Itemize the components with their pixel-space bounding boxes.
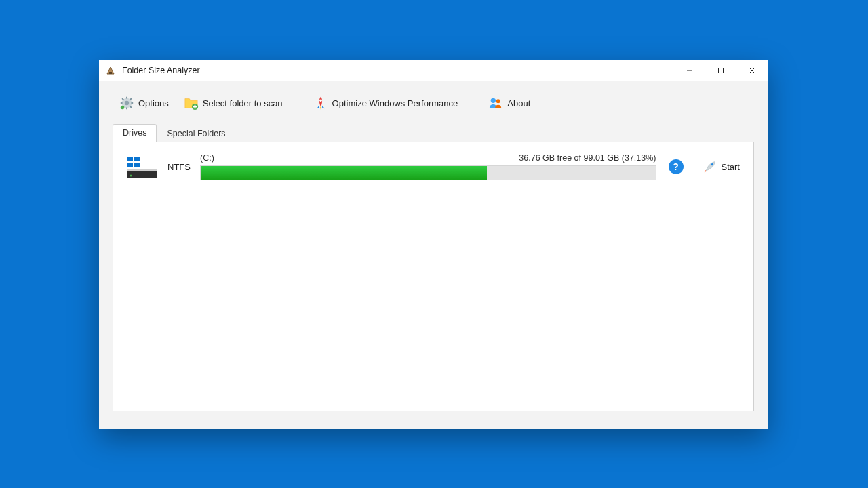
svg-line-13 — [130, 98, 132, 100]
drive-free-text: 36.76 GB free of 99.01 GB (37.13%) — [519, 153, 656, 163]
minimize-button[interactable] — [674, 60, 705, 81]
application-window: Folder Size Analyzer — [99, 60, 768, 429]
svg-point-19 — [319, 100, 322, 102]
drive-header: (C:) 36.76 GB free of 99.01 GB (37.13%) — [200, 153, 656, 163]
svg-rect-0 — [109, 72, 112, 74]
app-icon — [104, 64, 117, 77]
drive-icon-column — [127, 157, 158, 177]
options-label: Options — [138, 98, 169, 108]
svg-rect-27 — [127, 169, 157, 171]
svg-rect-23 — [134, 157, 140, 161]
toolbar-separator — [298, 94, 298, 113]
svg-point-28 — [130, 175, 132, 177]
drive-usage-bar — [200, 165, 656, 180]
help-button[interactable]: ? — [669, 159, 684, 174]
tab-drives[interactable]: Drives — [113, 124, 157, 142]
title-bar: Folder Size Analyzer — [99, 60, 768, 81]
svg-rect-25 — [134, 163, 140, 167]
help-icon: ? — [673, 161, 679, 172]
drive-row: NTFS (C:) 36.76 GB free of 99.01 GB (37.… — [113, 142, 753, 186]
maximize-button[interactable] — [705, 60, 736, 81]
folder-add-icon — [184, 96, 199, 110]
drive-main: (C:) 36.76 GB free of 99.01 GB (37.13%) — [200, 153, 656, 180]
optimize-label: Optimize Windows Performance — [332, 98, 458, 108]
toolbar: Options Select folder to scan — [99, 81, 768, 121]
svg-rect-22 — [127, 157, 133, 161]
svg-rect-24 — [127, 163, 133, 167]
about-button[interactable]: About — [488, 96, 530, 110]
drive-filesystem: NTFS — [167, 162, 193, 172]
gear-icon — [119, 96, 134, 110]
start-button[interactable]: Start — [703, 159, 740, 174]
tabs: Drives Special Folders — [99, 123, 768, 142]
tab-special-folders[interactable]: Special Folders — [157, 125, 235, 142]
about-label: About — [507, 98, 530, 108]
svg-point-6 — [125, 101, 129, 105]
svg-line-11 — [122, 98, 123, 100]
drive-label: (C:) — [200, 153, 214, 163]
svg-line-12 — [130, 106, 132, 108]
tab-drives-label: Drives — [123, 128, 146, 138]
svg-point-15 — [121, 106, 125, 110]
drive-usage-fill — [201, 166, 487, 180]
rocket-icon — [313, 96, 328, 110]
select-folder-button[interactable]: Select folder to scan — [184, 96, 283, 110]
close-button[interactable] — [736, 60, 768, 81]
people-icon — [488, 96, 503, 110]
svg-point-21 — [496, 99, 500, 103]
window-controls — [674, 60, 768, 81]
window-title: Folder Size Analyzer — [122, 66, 200, 75]
content-pane: NTFS (C:) 36.76 GB free of 99.01 GB (37.… — [113, 142, 754, 411]
svg-point-20 — [491, 98, 496, 103]
start-label: Start — [722, 162, 740, 172]
select-folder-label: Select folder to scan — [203, 98, 283, 108]
rocket-icon — [703, 159, 717, 174]
options-button[interactable]: Options — [119, 96, 169, 110]
svg-point-29 — [711, 163, 713, 165]
toolbar-separator — [473, 94, 473, 113]
drive-icon — [127, 157, 157, 177]
tab-special-label: Special Folders — [167, 129, 225, 138]
optimize-button[interactable]: Optimize Windows Performance — [313, 96, 458, 110]
svg-rect-2 — [719, 68, 724, 73]
